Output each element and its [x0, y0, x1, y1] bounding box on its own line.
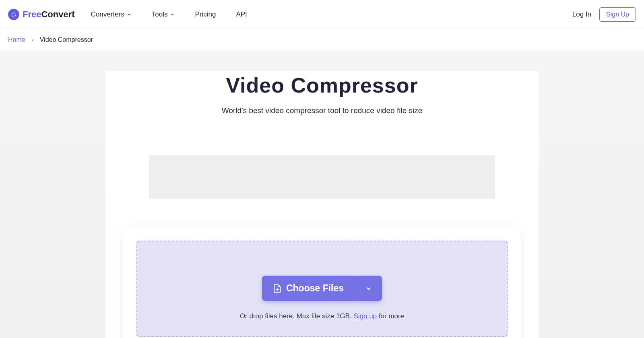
header: FreeConvert Converters Tools Pricing API… — [0, 0, 644, 29]
drop-hint: Or drop files here. Max file size 1GB. S… — [145, 312, 499, 320]
choose-files-dropdown[interactable] — [355, 276, 382, 301]
choose-files-label: Choose Files — [286, 283, 344, 294]
login-link[interactable]: Log In — [572, 10, 591, 19]
chevron-right-icon — [31, 37, 34, 42]
nav-api[interactable]: API — [236, 10, 247, 19]
ad-placeholder — [149, 155, 495, 199]
breadcrumb: Home Video Compressor — [0, 29, 644, 51]
logo-icon — [8, 9, 19, 20]
chevron-down-icon — [170, 12, 175, 17]
nav-converters[interactable]: Converters — [91, 10, 132, 19]
content-card: Video Compressor World's best video comp… — [105, 71, 539, 338]
nav-tools-label: Tools — [152, 10, 168, 19]
main-content: Video Compressor World's best video comp… — [0, 51, 644, 338]
logo[interactable]: FreeConvert — [8, 9, 75, 20]
choose-files-button[interactable]: Choose Files — [262, 276, 355, 301]
chevron-down-icon — [127, 12, 132, 17]
nav-api-label: API — [236, 10, 247, 19]
nav-converters-label: Converters — [91, 10, 124, 19]
page-subtitle: World's best video compressor tool to re… — [105, 106, 539, 115]
signup-link-inline[interactable]: Sign up — [353, 312, 377, 320]
nav-pricing[interactable]: Pricing — [195, 10, 216, 19]
logo-text: FreeConvert — [23, 9, 75, 20]
page-title: Video Compressor — [105, 71, 539, 97]
choose-files-group: Choose Files — [262, 276, 382, 301]
breadcrumb-current: Video Compressor — [40, 36, 93, 43]
main-nav: Converters Tools Pricing API — [91, 10, 572, 19]
chevron-down-icon — [365, 285, 372, 292]
auth-section: Log In Sign Up — [572, 7, 636, 22]
signup-button[interactable]: Sign Up — [599, 7, 636, 22]
file-add-icon — [273, 284, 281, 293]
drop-zone[interactable]: Choose Files Or drop files here. Max fil… — [136, 241, 508, 337]
nav-pricing-label: Pricing — [195, 10, 216, 19]
upload-card: Choose Files Or drop files here. Max fil… — [123, 227, 521, 338]
breadcrumb-home[interactable]: Home — [8, 36, 25, 43]
nav-tools[interactable]: Tools — [152, 10, 175, 19]
